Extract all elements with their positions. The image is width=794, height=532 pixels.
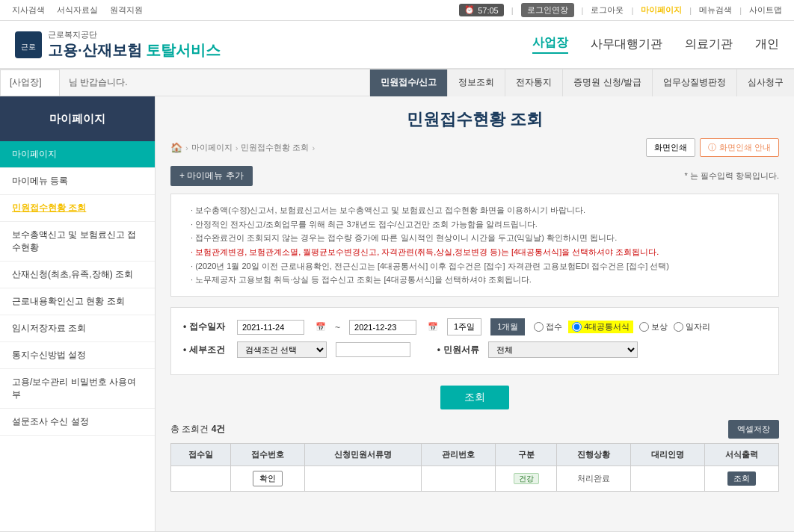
sidebar-item-notification[interactable]: 통지수신방법 설정: [0, 342, 155, 369]
tab-certificate[interactable]: 증명원 신청/발급: [562, 69, 652, 96]
radio-reception[interactable]: 접수: [534, 321, 562, 332]
cell-receive-date: [171, 466, 231, 492]
results-total-count: 4건: [212, 424, 226, 434]
sidebar-item-industrial-accident-link[interactable]: 산재신청(최초,유족,장해) 조회: [0, 262, 155, 288]
sidebar-item-survey[interactable]: 설문조사 수신 설정: [0, 409, 155, 436]
search-button[interactable]: 조회: [440, 386, 509, 409]
sidebar-item-temp-save[interactable]: 임시저장자료 조회: [0, 315, 155, 342]
radio-job[interactable]: 일자리: [674, 321, 710, 332]
tab-info-inquiry[interactable]: 정보조회: [447, 69, 505, 96]
one-month-button[interactable]: 1개월: [490, 318, 525, 335]
col-manage-no: 관리번호: [422, 444, 496, 466]
sidebar-item-temp-save-link[interactable]: 임시저장자료 조회: [0, 315, 155, 341]
date-row: 접수일자 📅 ~ 📅 1주일 1개월 접수 4대공통서식: [183, 318, 766, 335]
detail-cond-select[interactable]: 검색조건 선택: [237, 341, 327, 358]
radio-4common[interactable]: 4대공통서식: [568, 321, 633, 333]
results-area: 총 조회건 4건 엑셀저장 접수일 접수번호 신청민원서류명 관리번호 구분 진…: [170, 420, 779, 492]
sidebar-item-work-confirm[interactable]: 근로내용확인신고 현황 조회: [0, 288, 155, 315]
sidebar-item-reception-status-link[interactable]: 민원접수현황 조회: [0, 195, 155, 221]
logout-link[interactable]: 로그아웃: [591, 4, 624, 16]
civil-service-select[interactable]: 전체: [488, 341, 638, 358]
sidebar-item-password[interactable]: 고용/보수관리 비밀번호 사용여부: [0, 369, 155, 409]
sidebar-item-mypage-link[interactable]: 마이페이지: [0, 141, 155, 167]
radio-compensation[interactable]: 보상: [639, 321, 668, 332]
clock-icon: ⏰: [464, 5, 475, 15]
radio-compensation-input[interactable]: [639, 322, 649, 332]
category-badge: 건강: [514, 473, 539, 484]
sidebar: 마이페이지 마이페이지 마이메뉴 등록 민원접수현황 조회 보수총액신고 및 보…: [0, 96, 156, 531]
one-week-button[interactable]: 1주일: [447, 318, 481, 335]
results-total-label: 총 조회건: [170, 424, 212, 434]
col-receive-date: 접수일: [171, 444, 231, 466]
sidebar-item-password-link[interactable]: 고용/보수관리 비밀번호 사용여부: [0, 369, 155, 408]
radio-compensation-label: 보상: [651, 321, 668, 332]
tabs: 민원접수/신고 정보조회 전자통지 증명원 신청/발급 업무상질병판정 심사청구: [369, 69, 794, 96]
excel-save-button[interactable]: 엑셀저장: [728, 420, 779, 439]
sidebar-item-industrial-accident[interactable]: 산재신청(최초,유족,장해) 조회: [0, 262, 155, 288]
menu-search-link[interactable]: 메뉴검색: [699, 4, 732, 16]
cell-receive-no: 확인: [230, 466, 304, 492]
page-title: 민원접수현황 조회: [170, 108, 779, 131]
logo-area: 근로 근로복지공단 고용·산재보험 토탈서비스: [15, 29, 221, 61]
breadcrumb-mypage[interactable]: 마이페이지: [191, 142, 233, 153]
tab-occupational-disease[interactable]: 업무상질병판정: [652, 69, 736, 96]
sidebar-item-survey-link[interactable]: 설문조사 수신 설정: [0, 409, 155, 435]
breadcrumb-sep2: ›: [236, 143, 238, 152]
table-row: 확인 건강 처리완료 조회: [171, 466, 779, 492]
date-tilde: ~: [335, 322, 340, 332]
tab-civil-reception[interactable]: 민원접수/신고: [369, 69, 447, 96]
mypage-link[interactable]: 마이페이지: [641, 4, 682, 16]
print-info-button[interactable]: ⓘ 화면인쇄 안내: [700, 138, 779, 157]
nav-personal[interactable]: 개인: [755, 37, 779, 52]
header: 근로 근로복지공단 고용·산재보험 토탈서비스 사업장 사무대행기관 의료기관 …: [0, 21, 794, 69]
view-button[interactable]: 조회: [727, 471, 756, 486]
sitemap-link[interactable]: 사이트맵: [749, 4, 782, 16]
sidebar-item-insurance-premium-link[interactable]: 보수총액신고 및 보험료신고 접수현황: [0, 222, 155, 261]
nav-business[interactable]: 사업장: [532, 35, 568, 54]
nav-medical[interactable]: 의료기관: [685, 37, 733, 52]
date-label: 접수일자: [183, 321, 228, 333]
breadcrumb-current[interactable]: 민원접수현황 조회: [241, 142, 309, 153]
sidebar-item-notification-link[interactable]: 통지수신방법 설정: [0, 342, 155, 368]
sidebar-item-work-confirm-link[interactable]: 근로내용확인신고 현황 조회: [0, 288, 155, 315]
radio-reception-input[interactable]: [534, 322, 544, 332]
col-service-type: 신청민원서류명: [304, 444, 421, 466]
notice-item-4: (2020년 1월 20일 이전 근로내용확인, 전근신고는 [4대공통서식] …: [183, 259, 766, 273]
nav-branch-search[interactable]: 지사검색: [12, 4, 45, 16]
detail-label: 세부조건: [183, 344, 228, 356]
main-container: 마이페이지 마이페이지 마이메뉴 등록 민원접수현황 조회 보수총액신고 및 보…: [0, 96, 794, 531]
notice-box: 보수총액(수정)신고서, 보험료신고서는 보수총액신고 및 보험료신고 접수현황…: [170, 194, 779, 297]
nav-agency[interactable]: 사무대행기관: [591, 37, 662, 52]
sidebar-item-reception-status[interactable]: 민원접수현황 조회: [0, 195, 155, 222]
nav-forms[interactable]: 서식자료실: [57, 4, 98, 16]
top-nav-left: 지사검색 서식자료실 원격지원: [12, 4, 143, 16]
date-from-input[interactable]: [237, 320, 304, 335]
table-header-row: 접수일 접수번호 신청민원서류명 관리번호 구분 진행상황 대리인명 서식출력: [171, 444, 779, 466]
sidebar-item-mypage[interactable]: 마이페이지: [0, 141, 155, 168]
tab-bar: [사업장] 님 반갑습니다. 민원접수/신고 정보조회 전자통지 증명원 신청/…: [0, 69, 794, 96]
radio-4common-input[interactable]: [572, 322, 582, 332]
add-menu-button[interactable]: + 마이메뉴 추가: [170, 166, 253, 186]
nav-remote-support[interactable]: 원격지원: [110, 4, 143, 16]
login-extend-button[interactable]: 로그인연장: [521, 3, 574, 17]
sidebar-item-mymenu[interactable]: 마이메뉴 등록: [0, 168, 155, 195]
calendar-to-icon[interactable]: 📅: [428, 322, 438, 332]
notice-item-5: 노무제공자 고용보험 취득·상실 등 접수신고 조회는 [4대공통서식]을 선택…: [183, 273, 766, 287]
table-body: 확인 건강 처리완료 조회: [171, 466, 779, 492]
session-timer: ⏰ 57:05: [459, 4, 504, 16]
sidebar-item-insurance-premium[interactable]: 보수총액신고 및 보험료신고 접수현황: [0, 222, 155, 262]
cell-category: 건강: [496, 466, 557, 492]
date-to-input[interactable]: [349, 320, 416, 335]
breadcrumb-sep3: ›: [312, 143, 315, 152]
results-count: 총 조회건 4건: [170, 423, 225, 436]
print-button[interactable]: 화면인쇄: [646, 138, 695, 157]
radio-job-input[interactable]: [674, 322, 683, 332]
detail-cond-text[interactable]: [336, 342, 410, 357]
timer-value: 57:05: [478, 6, 499, 15]
sidebar-item-mymenu-link[interactable]: 마이메뉴 등록: [0, 168, 155, 194]
tab-review[interactable]: 심사청구: [736, 69, 794, 96]
confirm-button[interactable]: 확인: [253, 471, 283, 486]
calendar-from-icon[interactable]: 📅: [316, 322, 326, 332]
radio-job-label: 일자리: [686, 321, 710, 332]
tab-electronic-notice[interactable]: 전자통지: [505, 69, 562, 96]
